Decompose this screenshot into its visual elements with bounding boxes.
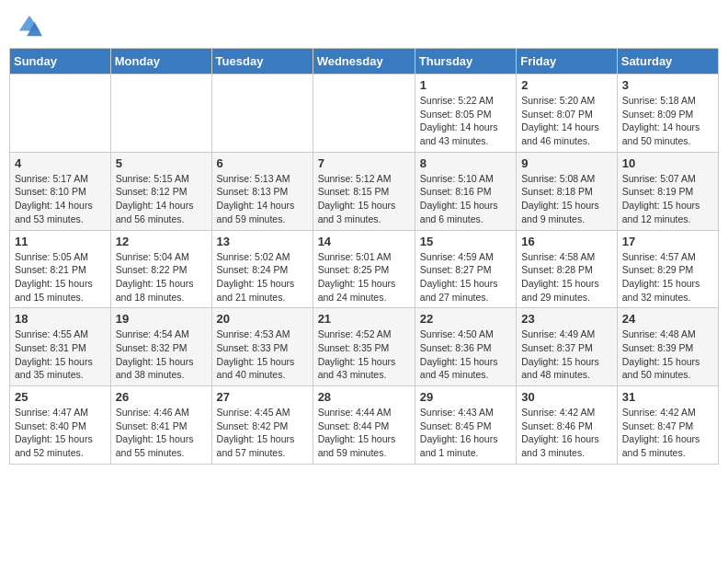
day-info: Sunrise: 5:01 AM Sunset: 8:25 PM Dayligh… (318, 250, 410, 304)
calendar-cell: 23Sunrise: 4:49 AM Sunset: 8:37 PM Dayli… (517, 308, 618, 386)
calendar-cell: 31Sunrise: 4:42 AM Sunset: 8:47 PM Dayli… (617, 386, 718, 465)
day-number: 29 (420, 390, 511, 404)
calendar-cell (313, 75, 415, 153)
calendar-cell: 29Sunrise: 4:43 AM Sunset: 8:45 PM Dayli… (415, 386, 516, 465)
calendar-cell: 15Sunrise: 4:59 AM Sunset: 8:27 PM Dayli… (415, 230, 516, 308)
day-info: Sunrise: 5:13 AM Sunset: 8:13 PM Dayligh… (217, 172, 308, 226)
calendar-cell: 18Sunrise: 4:55 AM Sunset: 8:31 PM Dayli… (10, 308, 111, 386)
day-number: 26 (116, 390, 207, 404)
day-info: Sunrise: 4:57 AM Sunset: 8:29 PM Dayligh… (622, 250, 713, 304)
day-info: Sunrise: 4:59 AM Sunset: 8:27 PM Dayligh… (420, 250, 511, 304)
day-number: 18 (15, 312, 106, 326)
logo-icon (17, 13, 42, 39)
calendar-header-sunday: Sunday (10, 49, 111, 75)
calendar-header-tuesday: Tuesday (211, 49, 313, 75)
calendar-cell (110, 75, 211, 153)
day-number: 3 (622, 78, 713, 92)
day-number: 5 (116, 156, 207, 170)
day-info: Sunrise: 4:53 AM Sunset: 8:33 PM Dayligh… (217, 327, 308, 382)
day-info: Sunrise: 4:43 AM Sunset: 8:45 PM Dayligh… (420, 406, 511, 460)
calendar-cell (10, 75, 111, 153)
day-info: Sunrise: 5:04 AM Sunset: 8:22 PM Dayligh… (116, 250, 207, 304)
calendar-week-row: 18Sunrise: 4:55 AM Sunset: 8:31 PM Dayli… (10, 308, 719, 386)
calendar-week-row: 1Sunrise: 5:22 AM Sunset: 8:05 PM Daylig… (10, 75, 719, 153)
calendar-cell: 10Sunrise: 5:07 AM Sunset: 8:19 PM Dayli… (617, 152, 718, 230)
calendar-table: SundayMondayTuesdayWednesdayThursdayFrid… (9, 48, 719, 465)
day-info: Sunrise: 4:49 AM Sunset: 8:37 PM Dayligh… (521, 327, 612, 382)
calendar-cell: 13Sunrise: 5:02 AM Sunset: 8:24 PM Dayli… (211, 230, 313, 308)
day-info: Sunrise: 4:42 AM Sunset: 8:47 PM Dayligh… (622, 406, 713, 460)
day-number: 23 (521, 312, 612, 326)
day-number: 7 (318, 156, 410, 170)
calendar-week-row: 25Sunrise: 4:47 AM Sunset: 8:40 PM Dayli… (10, 386, 719, 465)
calendar-cell: 7Sunrise: 5:12 AM Sunset: 8:15 PM Daylig… (313, 152, 415, 230)
calendar-cell: 25Sunrise: 4:47 AM Sunset: 8:40 PM Dayli… (10, 386, 111, 465)
calendar-cell: 30Sunrise: 4:42 AM Sunset: 8:46 PM Dayli… (517, 386, 618, 465)
calendar-header-monday: Monday (110, 49, 211, 75)
day-number: 22 (420, 312, 511, 326)
calendar-cell: 5Sunrise: 5:15 AM Sunset: 8:12 PM Daylig… (110, 152, 211, 230)
day-info: Sunrise: 4:58 AM Sunset: 8:28 PM Dayligh… (521, 250, 612, 304)
day-info: Sunrise: 4:55 AM Sunset: 8:31 PM Dayligh… (15, 327, 106, 382)
calendar-header-thursday: Thursday (415, 49, 516, 75)
day-number: 1 (420, 78, 511, 92)
day-info: Sunrise: 4:52 AM Sunset: 8:35 PM Dayligh… (318, 327, 410, 382)
logo (17, 13, 44, 39)
calendar-cell: 2Sunrise: 5:20 AM Sunset: 8:07 PM Daylig… (517, 75, 618, 153)
day-info: Sunrise: 5:07 AM Sunset: 8:19 PM Dayligh… (622, 172, 713, 226)
day-info: Sunrise: 4:54 AM Sunset: 8:32 PM Dayligh… (116, 327, 207, 382)
day-number: 28 (318, 390, 410, 404)
calendar-cell: 21Sunrise: 4:52 AM Sunset: 8:35 PM Dayli… (313, 308, 415, 386)
calendar-cell: 16Sunrise: 4:58 AM Sunset: 8:28 PM Dayli… (517, 230, 618, 308)
calendar-body: 1Sunrise: 5:22 AM Sunset: 8:05 PM Daylig… (10, 75, 719, 465)
calendar-cell: 9Sunrise: 5:08 AM Sunset: 8:18 PM Daylig… (517, 152, 618, 230)
calendar-cell: 27Sunrise: 4:45 AM Sunset: 8:42 PM Dayli… (211, 386, 313, 465)
day-number: 8 (420, 156, 511, 170)
day-number: 21 (318, 312, 410, 326)
calendar-cell: 20Sunrise: 4:53 AM Sunset: 8:33 PM Dayli… (211, 308, 313, 386)
calendar-cell: 12Sunrise: 5:04 AM Sunset: 8:22 PM Dayli… (110, 230, 211, 308)
day-number: 25 (15, 390, 106, 404)
day-number: 12 (116, 235, 207, 248)
day-info: Sunrise: 5:15 AM Sunset: 8:12 PM Dayligh… (116, 172, 207, 226)
day-number: 11 (15, 235, 106, 248)
calendar-cell: 6Sunrise: 5:13 AM Sunset: 8:13 PM Daylig… (211, 152, 313, 230)
calendar-cell: 8Sunrise: 5:10 AM Sunset: 8:16 PM Daylig… (415, 152, 516, 230)
day-number: 19 (116, 312, 207, 326)
calendar-cell (211, 75, 313, 153)
day-number: 6 (217, 156, 308, 170)
day-info: Sunrise: 5:18 AM Sunset: 8:09 PM Dayligh… (622, 94, 713, 148)
calendar-cell: 28Sunrise: 4:44 AM Sunset: 8:44 PM Dayli… (313, 386, 415, 465)
day-info: Sunrise: 5:02 AM Sunset: 8:24 PM Dayligh… (217, 250, 308, 304)
calendar-header-row: SundayMondayTuesdayWednesdayThursdayFrid… (10, 49, 719, 75)
calendar-header-friday: Friday (517, 49, 618, 75)
calendar-week-row: 11Sunrise: 5:05 AM Sunset: 8:21 PM Dayli… (10, 230, 719, 308)
day-info: Sunrise: 4:46 AM Sunset: 8:41 PM Dayligh… (116, 406, 207, 460)
day-number: 10 (622, 156, 713, 170)
day-number: 16 (521, 235, 612, 248)
calendar-cell: 19Sunrise: 4:54 AM Sunset: 8:32 PM Dayli… (110, 308, 211, 386)
calendar-header-wednesday: Wednesday (313, 49, 415, 75)
day-number: 4 (15, 156, 106, 170)
day-number: 2 (521, 78, 612, 92)
day-info: Sunrise: 4:42 AM Sunset: 8:46 PM Dayligh… (521, 406, 612, 460)
day-info: Sunrise: 5:17 AM Sunset: 8:10 PM Dayligh… (15, 172, 106, 226)
calendar-cell: 26Sunrise: 4:46 AM Sunset: 8:41 PM Dayli… (110, 386, 211, 465)
day-info: Sunrise: 5:20 AM Sunset: 8:07 PM Dayligh… (521, 94, 612, 148)
day-info: Sunrise: 5:08 AM Sunset: 8:18 PM Dayligh… (521, 172, 612, 226)
calendar-cell: 22Sunrise: 4:50 AM Sunset: 8:36 PM Dayli… (415, 308, 516, 386)
page-header (9, 9, 719, 42)
day-number: 24 (622, 312, 713, 326)
day-number: 17 (622, 235, 713, 248)
day-number: 27 (217, 390, 308, 404)
calendar-cell: 14Sunrise: 5:01 AM Sunset: 8:25 PM Dayli… (313, 230, 415, 308)
day-info: Sunrise: 4:50 AM Sunset: 8:36 PM Dayligh… (420, 327, 511, 382)
calendar-cell: 4Sunrise: 5:17 AM Sunset: 8:10 PM Daylig… (10, 152, 111, 230)
calendar-cell: 17Sunrise: 4:57 AM Sunset: 8:29 PM Dayli… (617, 230, 718, 308)
calendar-cell: 24Sunrise: 4:48 AM Sunset: 8:39 PM Dayli… (617, 308, 718, 386)
day-number: 13 (217, 235, 308, 248)
calendar-cell: 3Sunrise: 5:18 AM Sunset: 8:09 PM Daylig… (617, 75, 718, 153)
day-number: 30 (521, 390, 612, 404)
day-number: 15 (420, 235, 511, 248)
calendar-header-saturday: Saturday (617, 49, 718, 75)
